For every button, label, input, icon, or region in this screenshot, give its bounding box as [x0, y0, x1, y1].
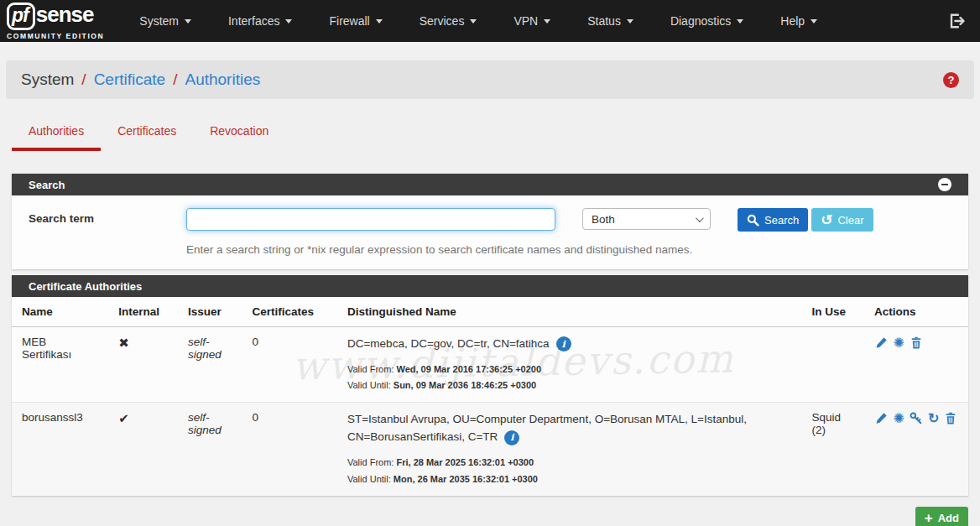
tab-authorities[interactable]: Authorities: [12, 124, 101, 151]
export-ca-icon[interactable]: ✺: [892, 411, 906, 425]
top-navbar: pfsense COMMUNITY EDITION System Interfa…: [0, 0, 980, 42]
caret-down-icon: [737, 19, 743, 23]
delete-icon[interactable]: [944, 411, 958, 425]
table-row: MEB Sertifikası ✖ self-signed 0 DC=mebca…: [12, 327, 968, 403]
ca-issuer: self-signed: [178, 403, 242, 496]
menu-services[interactable]: Services: [408, 0, 489, 42]
ca-name: borusanssl3: [12, 403, 108, 496]
edit-icon[interactable]: [874, 336, 889, 350]
undo-icon: ↺: [821, 213, 832, 227]
logo-subtitle: COMMUNITY EDITION: [7, 32, 104, 40]
ca-table: Name Internal Issuer Certificates Distin…: [12, 297, 968, 496]
add-button[interactable]: + Add: [915, 507, 968, 526]
cross-icon: ✖: [118, 336, 129, 350]
caret-down-icon: [811, 19, 817, 23]
export-ca-icon[interactable]: ✺: [892, 336, 906, 350]
search-panel-header: Search: [12, 174, 968, 195]
check-icon: ✔: [118, 411, 129, 425]
clear-button[interactable]: ↺ Clear: [811, 208, 873, 232]
col-internal: Internal: [108, 297, 178, 327]
col-in-use: In Use: [801, 297, 863, 327]
menu-status-label: Status: [587, 14, 621, 28]
chevron-down-icon: [696, 214, 704, 222]
delete-icon[interactable]: [909, 336, 923, 350]
menu-status[interactable]: Status: [576, 0, 645, 42]
ca-name: MEB Sertifikası: [12, 327, 108, 403]
help-icon[interactable]: ?: [943, 72, 959, 88]
caret-down-icon: [185, 19, 191, 23]
menu-help[interactable]: Help: [769, 0, 829, 42]
menu-diagnostics[interactable]: Diagnostics: [659, 0, 755, 42]
caret-down-icon: [544, 19, 550, 23]
ca-in-use: Squid (2): [801, 403, 863, 496]
breadcrumb-separator: /: [81, 70, 86, 89]
ca-panel-header: Certificate Authorities: [12, 275, 968, 297]
valid-until-value: Sun, 09 Mar 2036 18:46:25 +0300: [394, 380, 536, 390]
ca-certificates-count: 0: [242, 403, 337, 496]
valid-from-value: Fri, 28 Mar 2025 16:32:01 +0300: [396, 457, 534, 467]
search-input[interactable]: [186, 208, 555, 231]
valid-from-label: Valid From:: [347, 364, 394, 374]
logo-sense: sense: [36, 2, 94, 28]
add-row: + Add: [0, 507, 968, 526]
search-panel-body: Search term Both Search ↺ Clear Enter a …: [12, 195, 968, 269]
col-actions: Actions: [864, 297, 968, 327]
add-button-label: Add: [938, 512, 959, 524]
col-issuer: Issuer: [178, 297, 242, 327]
valid-until-label: Valid Until:: [347, 380, 391, 390]
info-icon[interactable]: i: [556, 336, 571, 352]
menu-system[interactable]: System: [128, 0, 203, 42]
info-icon[interactable]: i: [504, 430, 519, 445]
caret-down-icon: [376, 19, 383, 23]
col-name: Name: [12, 297, 108, 327]
clear-button-label: Clear: [837, 214, 863, 227]
valid-until-value: Mon, 26 Mar 2035 16:32:01 +0300: [394, 474, 538, 484]
ca-in-use: [801, 327, 863, 403]
tab-certificates[interactable]: Certificates: [101, 124, 193, 151]
caret-down-icon: [627, 19, 633, 23]
menu-services-label: Services: [420, 14, 465, 28]
breadcrumb: System / Certificate / Authorities ?: [6, 60, 974, 99]
ca-validity: Valid From: Fri, 28 Mar 2025 16:32:01 +0…: [347, 455, 791, 487]
menu-system-label: System: [139, 14, 179, 28]
valid-from-value: Wed, 09 Mar 2016 17:36:25 +0200: [396, 364, 541, 374]
menu-diagnostics-label: Diagnostics: [670, 14, 731, 28]
search-button-label: Search: [764, 214, 799, 227]
search-help-text: Enter a search string or *nix regular ex…: [186, 243, 951, 256]
pfsense-logo-text: pfsense: [7, 2, 93, 30]
logo-pf: pf: [7, 3, 35, 30]
search-term-label: Search term: [29, 208, 186, 225]
certificate-authorities-panel: Certificate Authorities Name Internal Is…: [12, 275, 968, 496]
renew-icon[interactable]: ↻: [926, 411, 941, 425]
edit-icon[interactable]: [874, 411, 889, 425]
tab-bar: Authorities Certificates Revocation: [12, 124, 968, 151]
search-panel: Search Search term Both Search ↺ Clear E…: [12, 174, 968, 269]
breadcrumb-separator: /: [173, 70, 177, 89]
search-button[interactable]: Search: [738, 208, 808, 232]
collapse-icon[interactable]: [938, 178, 951, 191]
sign-out-icon[interactable]: [941, 13, 972, 29]
col-distinguished-name: Distinguished Name: [337, 297, 801, 327]
menu-help-label: Help: [780, 14, 805, 28]
menu-interfaces-label: Interfaces: [228, 14, 279, 28]
menu-firewall-label: Firewall: [329, 14, 369, 28]
ca-panel-title: Certificate Authorities: [29, 280, 142, 293]
breadcrumb-link-authorities[interactable]: Authorities: [185, 70, 260, 89]
export-key-icon[interactable]: [909, 411, 923, 425]
breadcrumb-root: System: [21, 70, 74, 89]
ca-issuer: self-signed: [178, 327, 242, 403]
menu-firewall[interactable]: Firewall: [317, 0, 394, 42]
table-row: borusanssl3 ✔ self-signed 0 ST=Istanbul …: [12, 403, 968, 496]
nav-menu-list: System Interfaces Firewall Services VPN …: [128, 0, 941, 42]
tab-revocation[interactable]: Revocation: [193, 124, 285, 151]
valid-until-label: Valid Until:: [347, 474, 391, 484]
pfsense-logo[interactable]: pfsense COMMUNITY EDITION: [7, 2, 104, 40]
search-type-selected-value: Both: [592, 213, 615, 226]
menu-interfaces[interactable]: Interfaces: [216, 0, 304, 42]
ca-distinguished-name: ST=Istanbul Avrupa, OU=Computer Departme…: [347, 413, 747, 443]
menu-vpn[interactable]: VPN: [502, 0, 562, 42]
search-icon: [747, 214, 759, 227]
search-type-select[interactable]: Both: [582, 208, 711, 230]
breadcrumb-link-certificate[interactable]: Certificate: [94, 70, 166, 89]
ca-distinguished-name: DC=mebca, DC=gov, DC=tr, CN=fatihca: [347, 337, 550, 350]
